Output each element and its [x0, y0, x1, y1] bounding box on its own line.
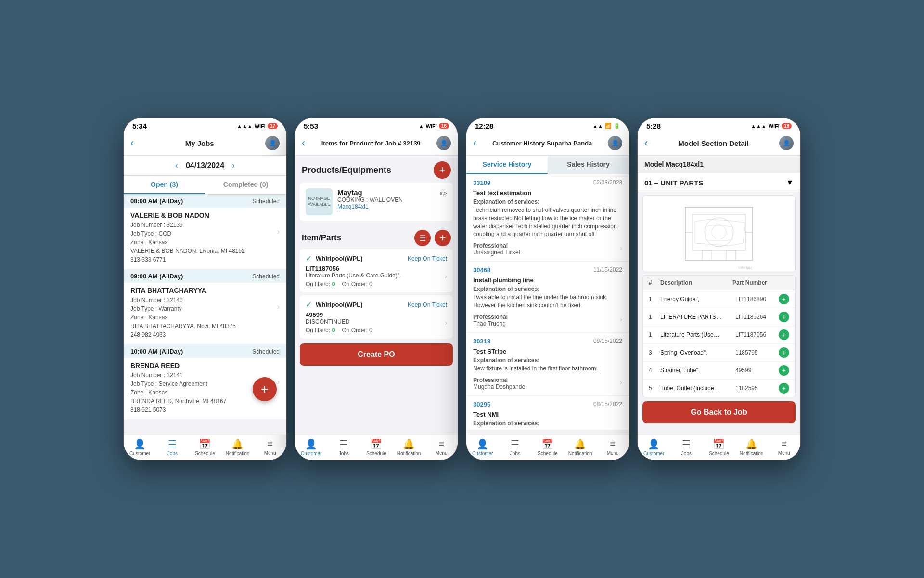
section-selector[interactable]: 01 – UNIT PARTS ▼ [638, 173, 800, 192]
nav-schedule-1[interactable]: 📅 Schedule [193, 438, 217, 456]
item-brand-1: Whirlpool(WPL) [316, 301, 362, 308]
product-model-link[interactable]: Macq184xl1 [337, 203, 435, 210]
nav-title-3: Customer History Suparba Panda [480, 140, 604, 147]
nav-jobs-4[interactable]: ☰ Jobs [674, 438, 698, 456]
add-job-btn[interactable]: + [253, 377, 277, 401]
item-row-1[interactable]: ✓ Whirlpool(WPL) Keep On Ticket 49599 DI… [300, 295, 453, 339]
nav-label-customer-2: Customer [301, 451, 321, 456]
back-btn-2[interactable]: ‹ [302, 137, 305, 149]
seg-sales-history[interactable]: Sales History [548, 156, 629, 174]
nav-jobs-2[interactable]: ☰ Jobs [332, 438, 356, 456]
schedule-icon-2: 📅 [370, 438, 382, 450]
product-brand: Maytag [337, 188, 435, 197]
back-btn-3[interactable]: ‹ [473, 137, 476, 149]
parts-diagram: Whirlpool [642, 195, 796, 272]
ticket-num-0: 33109 [473, 179, 490, 186]
job-status-2: Scheduled [252, 348, 280, 355]
section-name: 01 – UNIT PARTS [644, 179, 703, 187]
ticket-label-exp-1: Explanation of services: [473, 286, 622, 292]
add-product-btn[interactable]: + [434, 161, 451, 179]
nav-header-3: ‹ Customer History Suparba Panda 👤 [466, 132, 629, 156]
ticket-0: 33109 02/08/2023 Test text estimation Ex… [466, 174, 629, 261]
tab-open[interactable]: Open (3) [124, 176, 205, 194]
customer-icon-1: 👤 [134, 438, 146, 450]
part-add-btn-2[interactable]: + [779, 329, 789, 340]
nav-schedule-3[interactable]: 📅 Schedule [536, 438, 560, 456]
job-item-0[interactable]: 08:00 AM (AllDay) Scheduled VALERIE & BO… [124, 195, 286, 269]
part-num-val-2: 1 [649, 331, 660, 338]
nav-jobs-1[interactable]: ☰ Jobs [160, 438, 184, 456]
nav-schedule-4[interactable]: 📅 Schedule [707, 438, 731, 456]
nav-customer-1[interactable]: 👤 Customer [128, 438, 152, 456]
create-po-btn[interactable]: Create PO [300, 343, 453, 366]
edit-product-btn[interactable]: ✏ [440, 188, 447, 199]
nav-customer-4[interactable]: 👤 Customer [642, 438, 666, 456]
job-item-1[interactable]: 09:00 AM (AllDay) Scheduled RITA BHATTAC… [124, 270, 286, 344]
seg-service-history[interactable]: Service History [466, 156, 548, 174]
ticket-num-1: 30468 [473, 266, 490, 274]
check-icon-1: ✓ [306, 300, 312, 309]
part-partnum-val-5: 1182595 [735, 385, 779, 392]
model-label: Model Macq184xl1 [638, 156, 800, 173]
nav-customer-3[interactable]: 👤 Customer [471, 438, 495, 456]
schedule-icon-1: 📅 [199, 438, 211, 450]
part-desc-val-1: LITERATURE PARTS… [660, 314, 735, 320]
ticket-chevron-1[interactable]: › [620, 315, 622, 323]
wifi-icon-4: WiFi [769, 123, 780, 129]
nav-header-4: ‹ Model Section Detail 👤 [638, 132, 800, 156]
nav-notification-1[interactable]: 🔔 Notification [226, 438, 250, 456]
ticket-num-3: 30295 [473, 401, 490, 408]
ticket-num-2: 30218 [473, 338, 490, 345]
part-add-btn-4[interactable]: + [779, 365, 789, 376]
nav-title-1: My Jobs [138, 139, 261, 147]
part-row-4: 4 Strainer, Tube", 49599 + [643, 362, 795, 380]
job-time-0: 08:00 AM (AllDay) [130, 197, 183, 205]
items-title: Item/Parts [302, 233, 341, 243]
add-item-btn[interactable]: + [435, 230, 451, 246]
tab-completed[interactable]: Completed (0) [205, 176, 286, 194]
nav-notification-2[interactable]: 🔔 Notification [397, 438, 421, 456]
phone-screen-4: 5:28 ▲▲▲ WiFi 18 ‹ Model Section Detail … [637, 118, 801, 460]
part-add-btn-3[interactable]: + [779, 347, 789, 358]
part-row-1: 1 LITERATURE PARTS… LIT1185264 + [643, 308, 795, 326]
svg-point-2 [705, 218, 733, 247]
nav-menu-1[interactable]: ≡ Menu [258, 438, 282, 456]
item-ticket-0: Keep On Ticket [408, 255, 447, 262]
nav-notification-4[interactable]: 🔔 Notification [740, 438, 764, 456]
nav-customer-2[interactable]: 👤 Customer [299, 438, 323, 456]
phone-screen-2: 5:53 ▲ WiFi 16 ‹ Items for Product for J… [295, 118, 458, 460]
back-btn-1[interactable]: ‹ [130, 137, 134, 149]
nav-menu-2[interactable]: ≡ Menu [429, 438, 453, 456]
ticket-chevron-0[interactable]: › [620, 244, 622, 252]
nav-menu-4[interactable]: ≡ Menu [772, 438, 796, 456]
item-stock-0: On Hand: 0 On Order: 0 [306, 281, 401, 288]
job-status-0: Scheduled [252, 198, 280, 205]
list-view-btn[interactable]: ☰ [414, 230, 431, 246]
back-btn-4[interactable]: ‹ [644, 137, 648, 149]
status-bar-1: 5:34 ▲▲▲ WiFi 17 [124, 118, 286, 132]
part-add-btn-5[interactable]: + [779, 383, 789, 394]
nav-schedule-2[interactable]: 📅 Schedule [364, 438, 388, 456]
job-arrow-1: › [277, 302, 280, 311]
time-4: 5:28 [646, 122, 661, 130]
item-chevron-1: › [445, 319, 447, 327]
dropdown-icon: ▼ [786, 178, 794, 187]
nav-notification-3[interactable]: 🔔 Notification [568, 438, 592, 456]
signal-icon-3: ▲▲ [592, 123, 603, 129]
nav-jobs-3[interactable]: ☰ Jobs [503, 438, 527, 456]
part-add-btn-0[interactable]: + [779, 294, 789, 304]
ticket-chevron-2[interactable]: › [620, 379, 622, 386]
prev-date-btn[interactable]: ‹ [175, 160, 178, 171]
go-back-btn[interactable]: Go Back to Job [642, 401, 796, 423]
nav-menu-3[interactable]: ≡ Menu [601, 438, 625, 456]
status-bar-3: 12:28 ▲▲ 📶 🔋 [466, 118, 629, 132]
next-date-btn[interactable]: › [232, 160, 235, 171]
part-row-0: 1 Energy Guide", LIT1186890 + [643, 290, 795, 308]
part-num-val-1: 1 [649, 314, 660, 320]
jobs-icon-3: ☰ [511, 438, 519, 450]
item-brand-0: Whirlpool(WPL) [316, 255, 362, 262]
schedule-icon-3: 📅 [541, 438, 553, 450]
item-row-0[interactable]: ✓ Whirlpool(WPL) Keep On Ticket LIT11870… [300, 249, 453, 292]
item-num-0: LIT1187056 [306, 265, 401, 272]
part-add-btn-1[interactable]: + [779, 312, 789, 322]
